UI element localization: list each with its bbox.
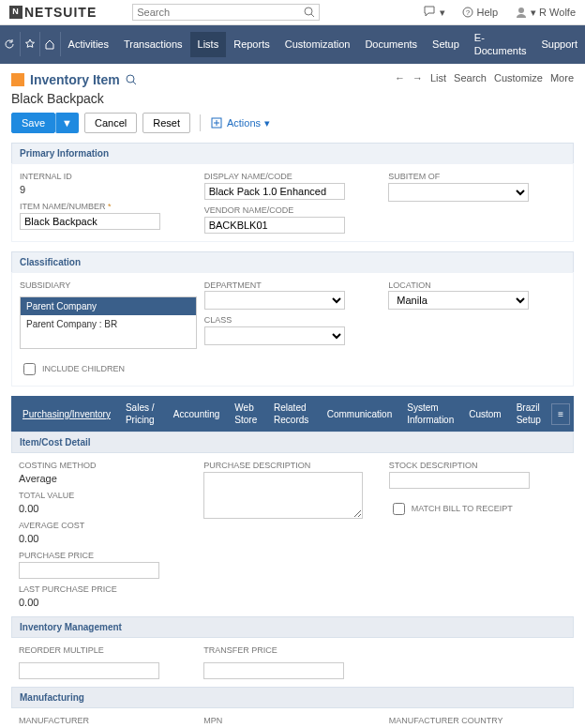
reset-button[interactable]: Reset — [142, 113, 190, 133]
svg-point-5 — [127, 75, 134, 83]
lbl-dept: DEPARTMENT — [204, 281, 382, 292]
select-location[interactable]: Manila — [388, 291, 529, 310]
tab-custom[interactable]: Custom — [461, 402, 508, 426]
lbl-total: TOTAL VALUE — [19, 491, 196, 502]
val-internal-id: 9 — [20, 183, 197, 196]
star-icon[interactable] — [21, 32, 41, 56]
lbl-mfr-country: MANUFACTURER COUNTRY — [389, 716, 566, 727]
lbl-mfr: MANUFACTURER — [19, 716, 196, 727]
val-total: 0.00 — [19, 502, 196, 515]
record-tabs: Purchasing/Inventory Sales / Pricing Acc… — [11, 396, 574, 432]
svg-line-1 — [311, 14, 314, 17]
lbl-subsidiary: SUBSIDIARY — [20, 281, 197, 292]
lbl-costing: COSTING METHOD — [19, 461, 196, 472]
nav-support[interactable]: Support — [533, 32, 585, 56]
tabs-menu-icon[interactable]: ≡ — [551, 403, 570, 425]
lbl-avg: AVERAGE COST — [19, 521, 196, 532]
section-classification: Classification — [11, 251, 574, 272]
lbl-reorder: REORDER MULTIPLE — [19, 645, 196, 657]
head-customize[interactable]: Customize — [494, 71, 543, 84]
head-list[interactable]: List — [430, 71, 446, 84]
lbl-mpn: MPN — [203, 716, 381, 727]
netsuite-logo: NNETSUITE — [9, 4, 97, 21]
subs-item-1[interactable]: Parent Company — [21, 297, 196, 315]
val-costing: Average — [19, 472, 196, 485]
title-search-icon[interactable] — [126, 74, 137, 85]
global-search-input[interactable] — [132, 4, 320, 21]
lbl-pd: PURCHASE DESCRIPTION — [203, 461, 381, 472]
input-transfer[interactable] — [203, 662, 344, 679]
tab-webstore[interactable]: Web Store — [227, 396, 266, 432]
select-subitem[interactable] — [388, 183, 529, 202]
select-class[interactable] — [204, 326, 345, 345]
lbl-vendor-code: VENDOR NAME/CODE — [204, 205, 382, 217]
match-bill-check[interactable]: MATCH BILL TO RECEIPT — [389, 500, 566, 518]
lbl-internal-id: INTERNAL ID — [20, 172, 197, 183]
input-pd[interactable] — [203, 472, 363, 519]
save-dropdown[interactable]: ▼ — [55, 113, 79, 133]
lbl-class: CLASS — [204, 315, 382, 326]
subsidiary-list[interactable]: Parent Company Parent Company : BR — [20, 296, 197, 349]
input-sd[interactable] — [389, 472, 530, 489]
val-avg: 0.00 — [19, 532, 196, 545]
page-title: Inventory Item — [30, 71, 120, 88]
val-lpp: 0.00 — [19, 596, 196, 609]
record-name: Black Backpack — [11, 90, 395, 107]
nav-documents[interactable]: Documents — [357, 32, 425, 56]
save-button[interactable]: Save — [11, 113, 55, 133]
lbl-sd: STOCK DESCRIPTION — [389, 461, 566, 472]
lbl-subitem: SUBITEM OF — [388, 172, 565, 183]
lbl-display: DISPLAY NAME/CODE — [204, 172, 382, 183]
user-menu[interactable]: ▾ R Wolfe — [515, 6, 576, 19]
refresh-icon[interactable] — [0, 32, 21, 56]
input-item-name[interactable] — [20, 213, 160, 230]
select-dept[interactable] — [204, 291, 345, 310]
lbl-lpp: LAST PURCHASE PRICE — [19, 584, 196, 596]
main-nav: Activities Transactions Lists Reports Cu… — [0, 25, 585, 64]
tab-sales[interactable]: Sales / Pricing — [118, 396, 166, 432]
input-display[interactable] — [204, 183, 345, 200]
input-reorder[interactable] — [19, 662, 159, 679]
nav-customization[interactable]: Customization — [278, 32, 358, 56]
cancel-button[interactable]: Cancel — [84, 113, 137, 133]
lbl-transfer: TRANSFER PRICE — [203, 645, 381, 657]
feedback-icon[interactable]: ▾ — [424, 6, 445, 19]
prev-arrow-icon[interactable]: ← — [395, 71, 405, 84]
svg-point-4 — [518, 8, 524, 13]
head-more[interactable]: More — [550, 71, 574, 84]
section-itemcost: Item/Cost Detail — [11, 432, 574, 453]
include-children-box[interactable] — [23, 363, 36, 375]
input-vendor-code[interactable] — [204, 217, 345, 234]
svg-point-0 — [305, 8, 312, 15]
svg-text:?: ? — [466, 8, 471, 17]
tab-related[interactable]: Related Records — [266, 396, 320, 432]
match-bill-box[interactable] — [393, 503, 405, 515]
lbl-pp: PURCHASE PRICE — [19, 551, 196, 562]
section-primary: Primary Information — [11, 143, 574, 163]
lbl-location: LOCATION — [388, 281, 565, 292]
help-link[interactable]: ? Help — [462, 6, 498, 19]
nav-activities[interactable]: Activities — [61, 32, 116, 56]
search-icon[interactable] — [304, 7, 315, 18]
include-children-check[interactable]: INCLUDE CHILDREN — [20, 360, 197, 378]
tab-accounting[interactable]: Accounting — [166, 402, 227, 426]
section-inventory: Inventory Management — [11, 616, 574, 638]
nav-setup[interactable]: Setup — [425, 32, 467, 56]
nav-transactions[interactable]: Transactions — [116, 32, 190, 56]
svg-line-6 — [133, 82, 136, 84]
tab-brazil[interactable]: Brazil Setup — [509, 396, 551, 432]
tab-sysinfo[interactable]: System Information — [399, 396, 461, 432]
nav-lists[interactable]: Lists — [190, 32, 227, 56]
next-arrow-icon[interactable]: → — [412, 71, 423, 84]
section-mfg: Manufacturing — [11, 687, 574, 708]
actions-menu[interactable]: Actions▾ — [210, 116, 270, 129]
tab-purchasing[interactable]: Purchasing/Inventory — [15, 402, 118, 426]
tab-comm[interactable]: Communication — [320, 402, 399, 426]
home-icon[interactable] — [40, 32, 61, 56]
nav-edocuments[interactable]: E-Documents — [467, 25, 534, 64]
item-icon — [11, 73, 24, 86]
input-pp[interactable] — [19, 562, 159, 579]
head-search[interactable]: Search — [454, 71, 487, 84]
subs-item-2[interactable]: Parent Company : BR — [21, 315, 196, 333]
nav-reports[interactable]: Reports — [226, 32, 278, 56]
